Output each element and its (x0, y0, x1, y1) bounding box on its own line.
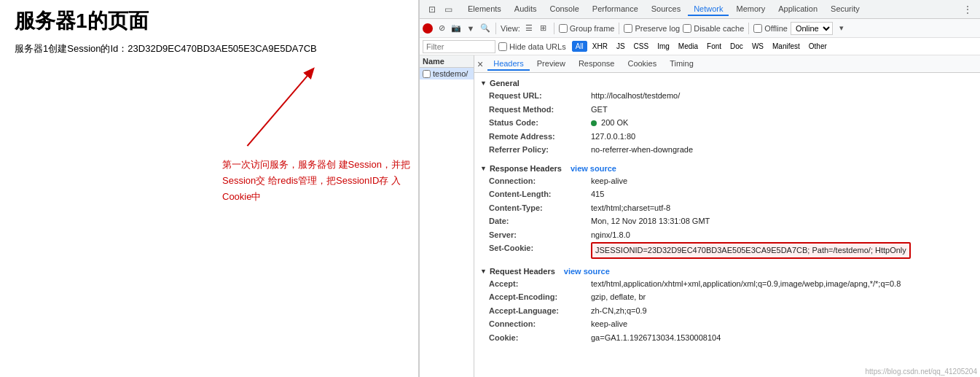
row-val: 415 (591, 188, 604, 201)
filter-input[interactable] (423, 40, 495, 53)
row-val: keep-alive (591, 175, 627, 187)
row-key: Set-Cookie: (489, 242, 591, 259)
tab-network[interactable]: Network (688, 3, 729, 16)
rh-row-server: Server: nginx/1.8.0 (480, 228, 974, 242)
network-list-item[interactable]: testdemo/ (420, 68, 474, 79)
rh-row-content-type: Content-Type: text/html;charset=utf-8 (480, 201, 974, 215)
tab-memory[interactable]: Memory (730, 3, 771, 16)
tab-console[interactable]: Console (544, 3, 584, 16)
rh-view-source[interactable]: view source (571, 164, 616, 173)
more-tabs-icon[interactable]: ⋮ (961, 3, 974, 16)
tab-performance[interactable]: Performance (587, 3, 644, 16)
clear-button[interactable]: ⊘ (436, 23, 447, 34)
left-panel: 服务器1的页面 服务器1创建Session的Id：23D32D9EC470BD3… (0, 0, 419, 377)
rh-triangle: ▼ (480, 165, 487, 172)
filter-font[interactable]: Font (703, 41, 725, 52)
detail-tab-timing[interactable]: Timing (664, 58, 699, 71)
filter-ws[interactable]: WS (748, 41, 767, 52)
toolbar-separator-2 (554, 23, 554, 34)
general-row-method: Request Method: GET (480, 103, 974, 117)
row-key: Accept: (489, 278, 591, 290)
general-row-url: Request URL: http://localhost/testdemo/ (480, 89, 974, 103)
tab-security[interactable]: Security (825, 3, 866, 16)
row-key: Referrer Policy: (489, 144, 591, 156)
hide-data-urls-checkbox[interactable]: Hide data URLs (498, 42, 566, 51)
general-row-status: Status Code: 200 OK (480, 116, 974, 130)
filter-type-buttons: All XHR JS CSS Img Media Font Doc WS Man… (572, 41, 831, 52)
row-val: text/html,application/xhtml+xml,applicat… (591, 278, 901, 290)
filter-icon[interactable]: ▼ (465, 23, 477, 34)
row-val: text/html;charset=utf-8 (591, 202, 670, 214)
filter-doc[interactable]: Doc (726, 41, 747, 52)
row-val: Mon, 12 Nov 2018 13:31:08 GMT (591, 215, 710, 228)
reqh-row-connection: Connection: keep-alive (480, 317, 974, 331)
rh-row-set-cookie: Set-Cookie: JSESSIONID=23D32D9EC470BD3AE… (480, 241, 974, 260)
status-dot (591, 120, 597, 126)
row-key: Remote Address: (489, 131, 591, 143)
filter-xhr[interactable]: XHR (589, 41, 611, 52)
filter-img[interactable]: Img (654, 41, 673, 52)
set-cookie-val: JSESSIONID=23D32D9EC470BD3AE505E3CA9E5DA… (591, 242, 911, 259)
watermark: https://blog.csdn.net/qq_41205204 (866, 368, 977, 376)
detail-tab-cookies[interactable]: Cookies (622, 58, 662, 71)
tab-elements[interactable]: Elements (462, 3, 507, 16)
detail-tab-headers[interactable]: Headers (487, 58, 530, 71)
view-group-icon[interactable]: ⊞ (538, 23, 549, 34)
tab-application[interactable]: Application (772, 3, 823, 16)
tab-sources[interactable]: Sources (646, 3, 686, 16)
detail-tab-preview[interactable]: Preview (531, 58, 571, 71)
row-val: ga=GA1.1.1926713034.1530008104 (591, 332, 721, 344)
filter-manifest[interactable]: Manifest (769, 41, 804, 52)
preserve-log-checkbox[interactable]: Preserve log (624, 24, 680, 33)
filter-bar: Hide data URLs All XHR JS CSS Img Media … (420, 38, 980, 55)
devtools-content: Name testdemo/ × Headers Preview Respons… (420, 55, 980, 377)
network-item-checkbox[interactable] (423, 70, 431, 78)
row-val: 200 OK (591, 117, 628, 129)
row-key: Content-Type: (489, 202, 591, 214)
filter-media[interactable]: Media (675, 41, 702, 52)
row-val: keep-alive (591, 318, 627, 330)
row-val: GET (591, 104, 608, 116)
filter-css[interactable]: CSS (630, 41, 653, 52)
record-button[interactable] (423, 23, 433, 34)
rh-row-connection: Connection: keep-alive (480, 174, 974, 188)
filter-all[interactable]: All (572, 41, 587, 52)
detail-content: ▼ General Request URL: http://localhost/… (474, 73, 980, 377)
group-frame-checkbox[interactable]: Group frame (559, 24, 615, 33)
disable-cache-checkbox[interactable]: Disable cache (683, 24, 744, 33)
network-item-name: testdemo/ (433, 69, 468, 78)
svg-line-0 (247, 69, 313, 146)
general-section-title: ▼ General (480, 76, 974, 89)
toolbar-separator-4 (748, 23, 749, 34)
detail-close-button[interactable]: × (477, 58, 483, 70)
detail-tabs: × Headers Preview Response Cookies Timin… (474, 55, 980, 73)
row-key: Status Code: (489, 117, 591, 129)
offline-checkbox[interactable]: Offline (753, 24, 788, 33)
general-triangle: ▼ (480, 79, 487, 87)
reqh-row-accept-language: Accept-Language: zh-CN,zh;q=0.9 (480, 304, 974, 318)
detail-tab-response[interactable]: Response (573, 58, 621, 71)
reqh-view-source[interactable]: view source (564, 267, 610, 276)
reqh-row-accept-encoding: Accept-Encoding: gzip, deflate, br (480, 290, 974, 304)
filter-other[interactable]: Other (805, 41, 831, 52)
camera-icon[interactable]: 📷 (450, 23, 462, 34)
device-icon[interactable]: ▭ (442, 3, 455, 16)
filter-js[interactable]: JS (613, 41, 629, 52)
row-val: nginx/1.8.0 (591, 229, 630, 241)
row-key: Request URL: (489, 90, 591, 102)
tab-audits[interactable]: Audits (509, 3, 543, 16)
general-row-referrer: Referrer Policy: no-referrer-when-downgr… (480, 143, 974, 157)
search-icon[interactable]: 🔍 (479, 23, 491, 34)
row-val: 127.0.0.1:80 (591, 131, 635, 143)
throttle-chevron[interactable]: ▾ (836, 23, 847, 34)
toolbar-separator-3 (619, 23, 619, 34)
view-list-icon[interactable]: ☰ (523, 23, 535, 34)
rh-row-date: Date: Mon, 12 Nov 2018 13:31:08 GMT (480, 214, 974, 228)
network-list-header: Name (420, 55, 474, 68)
view-label: View: (501, 24, 520, 33)
throttle-dropdown[interactable]: Online (791, 22, 833, 35)
toolbar-separator-1 (495, 23, 496, 34)
inspect-icon[interactable]: ⊡ (426, 3, 439, 16)
row-key: Accept-Encoding: (489, 291, 591, 303)
page-title: 服务器1的页面 (15, 7, 404, 35)
